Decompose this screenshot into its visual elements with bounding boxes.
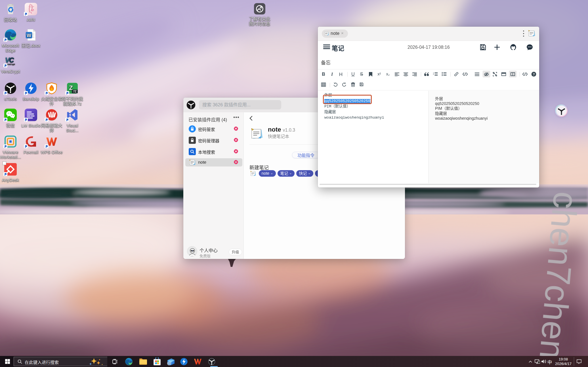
svg-text:C: C: [9, 56, 14, 64]
svg-text:W: W: [27, 33, 32, 38]
svg-text:VeraCrypt: VeraCrypt: [6, 63, 15, 66]
svg-text:7Z: 7Z: [73, 90, 77, 93]
svg-text:?: ?: [533, 73, 535, 76]
svg-text:2: 2: [433, 73, 434, 75]
